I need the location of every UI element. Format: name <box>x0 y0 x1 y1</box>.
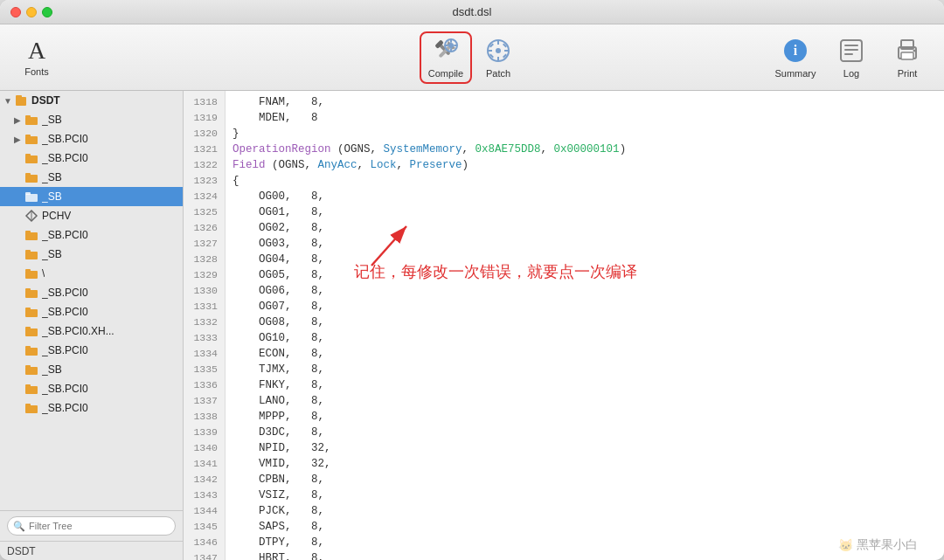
tree-item-sbpci0-xh[interactable]: _SB.PCI0.XH... <box>0 321 183 341</box>
print-label: Print <box>898 68 918 79</box>
log-icon <box>837 37 865 65</box>
code-line: Field (OGNS, AnyAcc, Lock, Preserve) <box>233 157 937 173</box>
tree-label-sb1: _SB <box>42 114 62 126</box>
summary-button[interactable]: i Summary <box>769 31 822 84</box>
svg-rect-35 <box>25 135 31 137</box>
svg-rect-52 <box>25 308 31 310</box>
filter-bar: 🔍 <box>0 510 183 541</box>
tree-item-sbpci0-5[interactable]: _SB.PCI0 <box>0 302 183 321</box>
tree-item-sb2[interactable]: _SB <box>0 168 183 187</box>
log-button[interactable]: Log <box>825 31 878 84</box>
tree-label-sb2: _SB <box>42 171 62 183</box>
folder-icon <box>24 113 38 127</box>
svg-rect-14 <box>488 50 492 52</box>
svg-rect-36 <box>25 156 38 163</box>
summary-icon: i <box>781 37 809 65</box>
watermark-text: 黑苹果小白 <box>857 537 918 553</box>
tree-label-sbpci0-xh: _SB.PCI0.XH... <box>42 325 115 337</box>
code-line: LANO, 8, <box>233 393 937 409</box>
traffic-lights <box>10 7 52 17</box>
tree-item-sbpci0-1[interactable]: ▶ _SB.PCI0 <box>0 129 183 149</box>
svg-rect-12 <box>497 40 499 45</box>
tree-item-sbpci0-2[interactable]: _SB.PCI0 <box>0 149 183 168</box>
dsdt-icon <box>14 93 28 107</box>
patch-label: Patch <box>486 68 510 79</box>
tree-item-sbpci0-6[interactable]: _SB.PCI0 <box>0 341 183 360</box>
svg-rect-56 <box>25 346 31 349</box>
svg-rect-62 <box>25 404 31 406</box>
svg-rect-23 <box>844 45 858 46</box>
svg-rect-57 <box>25 367 38 375</box>
tree-item-backslash[interactable]: \ <box>0 264 183 283</box>
tree-item-sbpci0-3[interactable]: _SB.PCI0 <box>0 225 183 245</box>
minimize-button[interactable] <box>26 7 37 17</box>
watermark-emoji: 🐱 <box>838 538 853 552</box>
tree-item-sb4[interactable]: _SB <box>0 245 183 264</box>
svg-rect-38 <box>25 175 38 183</box>
folder-icon-7 <box>24 247 38 261</box>
code-editor[interactable]: 1318131913201321132213231324132513261327… <box>184 91 944 560</box>
folder-icon-3 <box>24 151 38 165</box>
line-numbers: 1318131913201321132213231324132513261327… <box>184 91 226 560</box>
svg-rect-13 <box>497 57 499 61</box>
svg-rect-31 <box>16 95 22 99</box>
svg-rect-39 <box>25 173 31 176</box>
svg-point-5 <box>448 43 454 48</box>
maximize-button[interactable] <box>42 7 52 17</box>
fonts-item: A Fonts <box>10 31 63 84</box>
tree-label-sbpci0-6: _SB.PCI0 <box>42 344 88 356</box>
svg-rect-6 <box>450 39 452 43</box>
code-line: NPID, 32, <box>233 440 937 456</box>
code-line: FNAM, 8, <box>233 94 937 110</box>
code-line: OG06, 8, <box>233 283 937 299</box>
svg-rect-51 <box>25 309 38 317</box>
compile-button[interactable]: Compile <box>420 31 472 84</box>
patch-button[interactable]: Patch <box>472 31 524 84</box>
code-line: OG02, 8, <box>233 220 937 236</box>
folder-icon-4 <box>24 170 38 184</box>
tree-label-sbpci0-7: _SB.PCI0 <box>42 383 88 395</box>
search-icon: 🔍 <box>13 521 25 532</box>
tree-item-sbpci0-7[interactable]: _SB.PCI0 <box>0 379 183 398</box>
code-line: OG00, 8, <box>233 189 937 204</box>
tree-item-sb5[interactable]: _SB <box>0 360 183 379</box>
tree-label-pchv: PCHV <box>42 210 71 222</box>
code-lines[interactable]: FNAM, 8, MDEN, 8}OperationRegion (OGNS, … <box>226 91 944 560</box>
tree-item-sb1[interactable]: ▶ _SB <box>0 110 183 129</box>
svg-rect-32 <box>25 117 38 125</box>
svg-rect-7 <box>450 48 452 52</box>
code-line: } <box>233 126 937 142</box>
tree-label-backslash: \ <box>42 267 45 280</box>
folder-icon-11 <box>24 324 38 338</box>
close-button[interactable] <box>10 7 21 17</box>
tree-label-sbpci0-8: _SB.PCI0 <box>42 402 88 414</box>
watermark: 🐱 黑苹果小白 <box>838 537 918 553</box>
svg-rect-55 <box>25 348 38 356</box>
tree-item-pchv[interactable]: PCHV <box>0 206 183 225</box>
tree-item-sb3-selected[interactable]: _SB <box>0 187 183 206</box>
svg-rect-43 <box>25 232 38 240</box>
tree-item-sbpci0-4[interactable]: _SB.PCI0 <box>0 283 183 302</box>
pchv-icon <box>24 209 38 223</box>
tree-item-sbpci0-8[interactable]: _SB.PCI0 <box>0 398 183 418</box>
filter-wrapper: 🔍 <box>7 516 176 536</box>
tree-label-sb5: _SB <box>42 363 62 376</box>
filter-input[interactable] <box>7 516 176 536</box>
svg-rect-58 <box>25 365 31 368</box>
main-window: dsdt.dsl A Fonts <box>0 0 944 560</box>
code-line: OG08, 8, <box>233 315 937 330</box>
code-line: OG01, 8, <box>233 204 937 220</box>
svg-point-11 <box>496 48 501 53</box>
titlebar: dsdt.dsl <box>0 0 944 24</box>
folder-icon-13 <box>24 363 38 377</box>
tree-item-dsdt[interactable]: ▼ DSDT <box>0 91 183 110</box>
tree-label-sbpci0-3: _SB.PCI0 <box>42 229 88 241</box>
svg-rect-50 <box>25 288 31 291</box>
code-line: { <box>233 173 937 189</box>
svg-rect-53 <box>25 328 38 336</box>
code-line: OG10, 8, <box>233 330 937 346</box>
folder-icon-5-selected <box>24 190 38 204</box>
print-button[interactable]: Print <box>881 31 934 84</box>
summary-label: Summary <box>774 68 816 79</box>
sidebar-tree[interactable]: ▼ DSDT ▶ _SB <box>0 91 183 510</box>
